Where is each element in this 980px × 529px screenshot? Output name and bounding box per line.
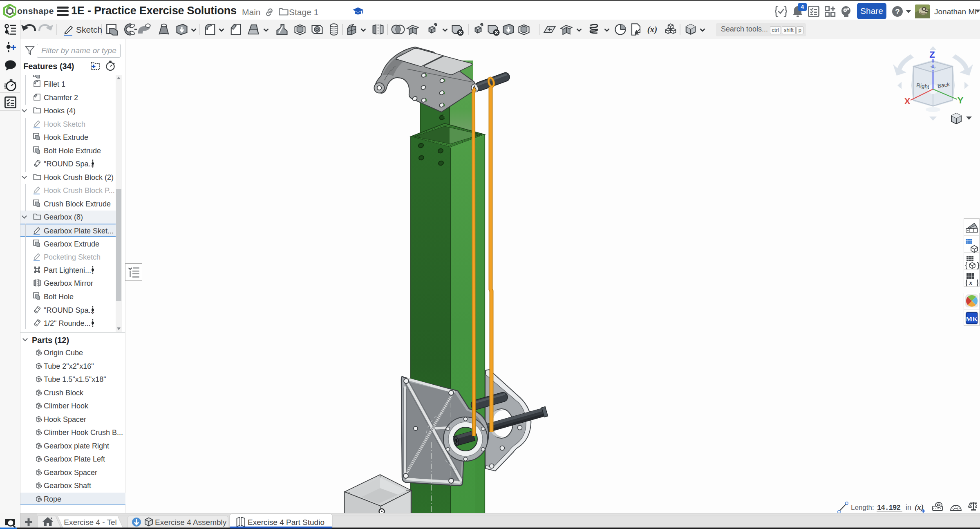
- svg-text:(x): (x): [647, 25, 658, 34]
- svg-text:in: in: [906, 503, 911, 511]
- svg-text:Z: Z: [929, 49, 935, 60]
- svg-text:Exercise 4 Part Studio: Exercise 4 Part Studio: [248, 518, 324, 527]
- svg-text:?: ?: [895, 7, 900, 16]
- svg-text:X: X: [904, 96, 911, 106]
- svg-text:Length:: Length:: [851, 504, 874, 511]
- svg-text:MK: MK: [966, 315, 978, 323]
- svg-text:Y: Y: [958, 95, 964, 105]
- svg-text:Exercise 4 Assembly: Exercise 4 Assembly: [155, 518, 227, 527]
- svg-text:Exercise 4 - Tel: Exercise 4 - Tel: [64, 518, 117, 527]
- svg-text:14.192: 14.192: [877, 504, 901, 512]
- svg-text:(x): (x): [915, 503, 924, 512]
- svg-text:x: x: [969, 279, 973, 287]
